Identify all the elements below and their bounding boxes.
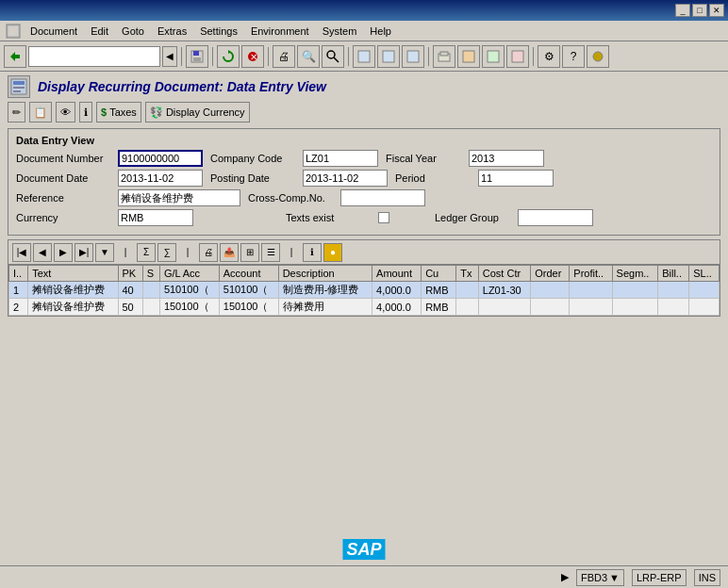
info-btn[interactable]: ℹ [79, 102, 92, 122]
taxes-btn[interactable]: $ Taxes [96, 102, 141, 122]
cancel-btn[interactable]: ✕ [241, 45, 264, 68]
doc-date-input[interactable] [118, 170, 203, 187]
refresh-btn[interactable] [217, 45, 240, 68]
btn-d[interactable] [433, 45, 455, 68]
status-right: ▶ FBD3 ▼ LRP-ERP INS [561, 569, 720, 586]
mode-btn[interactable]: INS [694, 569, 720, 586]
find-next-btn[interactable] [322, 45, 344, 68]
nav-prev[interactable]: ◀ [162, 46, 177, 67]
btn-j[interactable] [587, 45, 609, 68]
svg-rect-5 [193, 57, 201, 61]
tbl-first-btn[interactable]: |◀ [12, 243, 31, 262]
edit-pencil-icon: ✏ [12, 106, 21, 119]
fiscal-year-input[interactable] [469, 150, 544, 167]
svg-point-9 [327, 51, 335, 58]
close-button[interactable]: ✕ [709, 4, 724, 17]
sep6 [533, 47, 534, 66]
copy-btn[interactable]: 📋 [29, 102, 52, 122]
svg-rect-12 [383, 51, 394, 62]
back-btn[interactable] [4, 45, 26, 68]
btn-e[interactable] [457, 45, 480, 68]
find-btn[interactable]: 🔍 [297, 45, 320, 68]
transaction-label: FBD3 [581, 572, 607, 583]
menu-environment[interactable]: Environment [245, 24, 315, 39]
tbl-next-btn[interactable]: ▶ [54, 243, 73, 262]
display-currency-btn[interactable]: 💱 Display Currency [145, 102, 250, 122]
doc-date-label: Document Date [16, 172, 110, 184]
svg-rect-18 [512, 51, 523, 62]
cell-row0-col10: LZ01-30 [478, 282, 530, 299]
menu-goto[interactable]: Goto [116, 24, 150, 39]
display-icon: 👁 [60, 106, 71, 118]
col-tx: Tx [456, 266, 479, 282]
svg-rect-23 [13, 90, 21, 92]
currency-label: Currency [16, 212, 110, 223]
doc-number-input[interactable] [118, 150, 203, 167]
col-idx: I.. [9, 266, 28, 282]
tbl-export-btn[interactable]: 📤 [220, 243, 239, 262]
texts-exist-checkbox[interactable] [378, 212, 389, 223]
cell-row0-col4: 510100（ [159, 282, 219, 299]
tbl-sum-btn[interactable]: Σ [137, 243, 156, 262]
posting-date-input[interactable] [303, 170, 388, 187]
tbl-detail-btn[interactable]: ☰ [261, 243, 280, 262]
menu-extras[interactable]: Extras [152, 24, 192, 39]
menu-edit[interactable]: Edit [85, 24, 114, 39]
btn-f[interactable] [482, 45, 505, 68]
currency-input[interactable] [118, 209, 193, 226]
btn-g[interactable] [506, 45, 529, 68]
menu-document[interactable]: Document [25, 24, 83, 39]
btn-h[interactable]: ⚙ [538, 45, 560, 68]
svg-rect-21 [13, 81, 25, 85]
section-title: Data Entry View [16, 135, 712, 146]
page-title-bar: Display Recurring Document: Data Entry V… [0, 72, 728, 100]
company-code-input[interactable] [303, 150, 378, 167]
display-currency-label: Display Currency [166, 106, 245, 118]
btn-i[interactable]: ? [562, 45, 585, 68]
tbl-last-btn[interactable]: ▶| [74, 243, 93, 262]
col-cu: Cu [422, 266, 456, 282]
save-btn[interactable] [186, 45, 208, 68]
table-row[interactable]: 1摊销设备维护费40510100（510100（制造费用-修理费4,000.0R… [9, 282, 720, 299]
col-amount: Amount [372, 266, 422, 282]
menu-system[interactable]: System [317, 24, 363, 39]
reference-label: Reference [16, 192, 110, 204]
page-title: Display Recurring Document: Data Entry V… [38, 79, 326, 94]
cell-row1-col2: 50 [118, 299, 142, 316]
posting-date-label: Posting Date [210, 172, 295, 184]
tbl-calc-btn[interactable]: ∑ [157, 243, 176, 262]
menu-help[interactable]: Help [364, 24, 397, 39]
period-label: Period [395, 172, 471, 184]
ledger-group-input[interactable] [518, 209, 593, 226]
edit-icon-btn[interactable]: ✏ [8, 102, 25, 122]
svg-rect-22 [13, 87, 25, 89]
minimize-button[interactable]: _ [675, 4, 690, 17]
transaction-btn[interactable]: FBD3 ▼ [576, 569, 624, 586]
cross-comp-input[interactable] [340, 189, 425, 206]
restore-button[interactable]: □ [692, 4, 707, 17]
cell-row0-col12 [570, 282, 612, 299]
company-code-label: Company Code [210, 153, 295, 164]
sep4 [348, 47, 349, 66]
table-row[interactable]: 2摊销设备维护费50150100（150100（待摊费用4,000.0RMB [9, 299, 720, 316]
tbl-help-btn[interactable]: ● [323, 243, 342, 262]
print-btn[interactable]: 🖨 [273, 45, 295, 68]
menu-settings[interactable]: Settings [194, 24, 243, 39]
period-input[interactable] [478, 170, 554, 187]
col-gl-acc: G/L Acc [159, 266, 219, 282]
btn-a[interactable] [353, 45, 375, 68]
tbl-layout-btn[interactable]: ⊞ [240, 243, 259, 262]
tbl-filter-btn[interactable]: ▼ [95, 243, 114, 262]
display-btn[interactable]: 👁 [56, 102, 75, 122]
btn-b[interactable] [377, 45, 400, 68]
command-field[interactable] [28, 46, 160, 67]
tbl-prev-btn[interactable]: ◀ [33, 243, 52, 262]
btn-c[interactable] [402, 45, 424, 68]
transaction-dropdown-icon: ▼ [609, 572, 620, 583]
tbl-print-btn[interactable]: 🖨 [199, 243, 218, 262]
col-description: Description [278, 266, 372, 282]
tbl-info-btn[interactable]: ℹ [303, 243, 322, 262]
ledger-group-label: Ledger Group [435, 212, 510, 223]
system-btn[interactable]: LRP-ERP [632, 569, 687, 586]
reference-input[interactable] [118, 189, 240, 206]
